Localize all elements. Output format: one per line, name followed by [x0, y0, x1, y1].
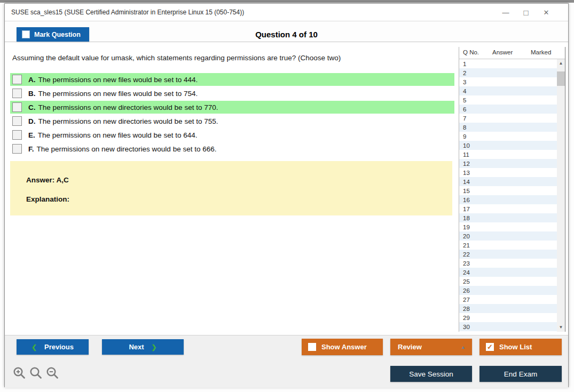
maximize-button[interactable]: □	[516, 4, 536, 21]
question-list-row[interactable]: 23	[459, 259, 557, 268]
question-list-row[interactable]: 1	[459, 59, 557, 68]
question-number: 27	[459, 297, 470, 303]
question-list-row[interactable]: 20	[459, 231, 557, 241]
answer-option-c[interactable]: C.The permissions on new directories wou…	[10, 101, 454, 114]
save-session-button[interactable]: Save Session	[390, 366, 472, 382]
question-list-row[interactable]: 8	[459, 123, 557, 132]
window-title: SUSE sca_sles15 (SUSE Certified Administ…	[5, 9, 496, 16]
question-list-row[interactable]: 17	[459, 204, 557, 213]
question-list-body: 1234567891011121314151617181920212223242…	[459, 59, 565, 332]
option-checkbox[interactable]	[12, 75, 22, 84]
option-letter: C.	[28, 103, 36, 111]
question-list-row[interactable]: 16	[459, 195, 557, 204]
option-checkbox[interactable]	[12, 130, 22, 140]
question-number: 28	[459, 306, 470, 312]
scrollbar-thumb[interactable]	[557, 71, 565, 86]
window-controls: — □ ✕	[496, 4, 568, 21]
screen: SUSE sca_sles15 (SUSE Certified Administ…	[0, 0, 574, 392]
question-number: 12	[459, 161, 470, 167]
question-list-row[interactable]: 10	[459, 141, 557, 150]
close-button[interactable]: ✕	[536, 4, 556, 21]
question-list-row[interactable]: 13	[459, 168, 557, 177]
question-number: 19	[459, 224, 470, 230]
option-checkbox[interactable]	[12, 116, 22, 126]
show-list-label: Show List	[499, 343, 532, 351]
question-list-row[interactable]: 3	[459, 77, 557, 86]
question-list-rows: 1234567891011121314151617181920212223242…	[459, 59, 557, 331]
option-checkbox[interactable]	[12, 144, 22, 154]
review-label: Review	[398, 343, 422, 351]
next-button[interactable]: Next ❯	[102, 339, 184, 355]
question-number: 9	[459, 133, 466, 140]
question-list-row[interactable]: 2	[459, 68, 557, 77]
question-number: 7	[459, 115, 466, 122]
question-list-row[interactable]: 21	[459, 241, 557, 250]
save-session-label: Save Session	[409, 370, 453, 378]
question-list-row[interactable]: 26	[459, 286, 557, 295]
answer-option-a[interactable]: A.The permissions on new files would be …	[10, 73, 454, 86]
zoom-out-icon[interactable]	[45, 366, 59, 380]
divider	[5, 42, 568, 42]
question-list-row[interactable]: 19	[459, 222, 557, 231]
question-number: 4	[459, 88, 466, 94]
question-number: 6	[459, 106, 466, 113]
option-letter: D.	[28, 117, 36, 125]
question-counter: Question 4 of 10	[5, 27, 568, 42]
review-button[interactable]: Review ▲	[390, 339, 472, 355]
previous-button[interactable]: ❮ Previous	[17, 339, 89, 355]
column-header-answer: Answer	[492, 49, 513, 55]
question-list-row[interactable]: 15	[459, 186, 557, 195]
scroll-up-icon[interactable]: ▲	[557, 59, 565, 68]
question-list-row[interactable]: 12	[459, 159, 557, 168]
question-list-row[interactable]: 22	[459, 250, 557, 259]
question-list-row[interactable]: 6	[459, 105, 557, 114]
question-text: Assuming the default value for umask, wh…	[12, 54, 450, 62]
question-list-row[interactable]: 27	[459, 295, 557, 304]
show-answer-button[interactable]: Show Answer	[302, 339, 383, 355]
question-list-row[interactable]: 25	[459, 277, 557, 286]
question-list-row[interactable]: 11	[459, 150, 557, 159]
question-number: 22	[459, 251, 470, 258]
scrollbar[interactable]: ▲ ▼	[557, 59, 565, 332]
answer-option-b[interactable]: B.The permissions on new files would be …	[10, 87, 454, 100]
maximize-icon: □	[523, 8, 528, 17]
question-list-row[interactable]: 7	[459, 114, 557, 123]
answer-box: Answer: A,C Explanation:	[10, 161, 452, 215]
show-list-button[interactable]: ✓ Show List	[479, 339, 562, 355]
previous-label: Previous	[44, 343, 74, 351]
question-number: 10	[459, 142, 470, 149]
question-number: 26	[459, 287, 470, 294]
question-list-row[interactable]: 14	[459, 177, 557, 186]
question-list-panel: Q No. Answer Marked 12345678910111213141…	[459, 47, 565, 332]
question-list-row[interactable]: 9	[459, 132, 557, 141]
option-checkbox[interactable]	[12, 102, 22, 112]
question-list-row[interactable]: 29	[459, 313, 557, 322]
question-list-row[interactable]: 18	[459, 213, 557, 222]
option-checkbox[interactable]	[12, 89, 22, 98]
end-exam-button[interactable]: End Exam	[479, 366, 562, 382]
show-answer-checkbox[interactable]	[308, 343, 316, 351]
option-text: The permissions on new files would be se…	[38, 76, 198, 84]
zoom-in-icon[interactable]	[12, 366, 26, 380]
zoom-reset-icon[interactable]	[29, 366, 43, 380]
end-exam-label: End Exam	[504, 370, 537, 378]
exam-window: SUSE sca_sles15 (SUSE Certified Administ…	[4, 3, 569, 387]
show-list-checkbox[interactable]: ✓	[486, 343, 494, 351]
answer-label: Answer: A,C	[26, 176, 69, 184]
question-list-row[interactable]: 4	[459, 86, 557, 95]
question-number: 24	[459, 269, 470, 276]
question-list-row[interactable]: 24	[459, 268, 557, 277]
answer-option-f[interactable]: F.The permissions on new directories wou…	[10, 142, 454, 155]
question-number: 21	[459, 242, 470, 249]
chevron-right-icon: ❯	[152, 343, 157, 351]
minimize-button[interactable]: —	[496, 4, 516, 21]
answer-option-d[interactable]: D.The permissions on new directories wou…	[10, 115, 454, 127]
options-list: A.The permissions on new files would be …	[10, 73, 454, 156]
question-list-row[interactable]: 28	[459, 304, 557, 313]
scroll-down-icon[interactable]: ▼	[557, 323, 565, 332]
answer-option-e[interactable]: E.The permissions on new files would be …	[10, 129, 454, 141]
column-header-qno: Q No.	[463, 49, 479, 55]
question-list-row[interactable]: 30	[459, 322, 557, 331]
question-number: 30	[459, 324, 470, 330]
question-list-row[interactable]: 5	[459, 95, 557, 105]
